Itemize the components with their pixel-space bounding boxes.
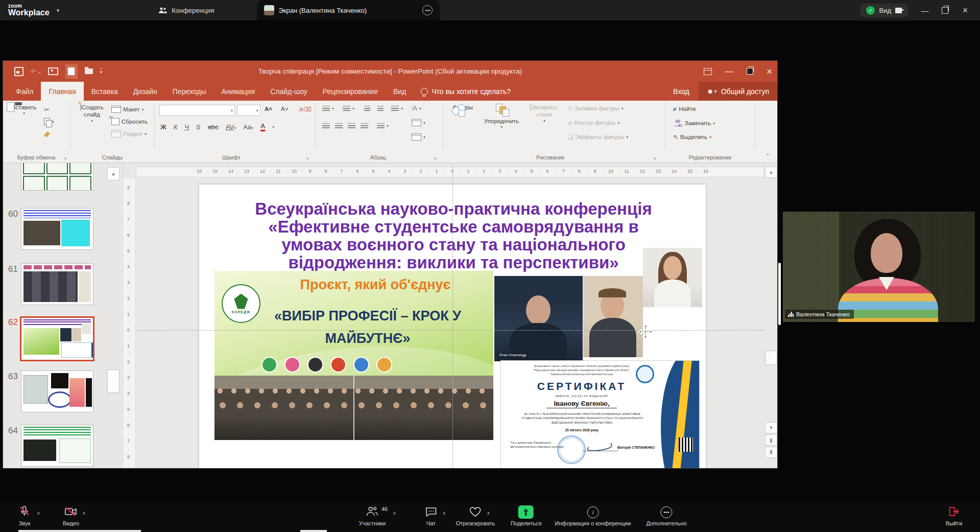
tell-me-search[interactable]: Что вы хотите сделать? <box>421 87 511 96</box>
ribbon-tab-вставка[interactable]: Вставка <box>84 82 126 101</box>
toolbar-more-button[interactable]: •••Дополнительно <box>646 506 686 526</box>
shape-outline-button[interactable]: ▱Контур фигуры ▾ <box>568 119 619 126</box>
ribbon-display-options-icon[interactable] <box>704 68 712 75</box>
ribbon-tab-вид[interactable]: Вид <box>386 82 414 101</box>
chevron-up-icon[interactable]: ∧ <box>487 511 490 516</box>
shapes-button[interactable]: Фигуры ▾ <box>448 104 477 116</box>
paste-button[interactable]: Вставить ▾ <box>9 104 39 116</box>
text-direction-button[interactable]: ⦙A▾ <box>412 105 421 112</box>
line-spacing-button[interactable]: ▾ <box>391 106 403 111</box>
font-name-combobox[interactable]: ▾ <box>159 105 235 116</box>
ppt-close-button[interactable]: × <box>767 66 772 77</box>
text-shadow-button[interactable]: S <box>196 123 201 131</box>
student-photo-3[interactable] <box>643 248 702 307</box>
ppt-restore-button[interactable] <box>747 68 753 75</box>
quick-styles-button[interactable]: Экспресс-стили ▾ <box>526 104 563 124</box>
section-button[interactable]: Раздел ▾ <box>111 130 147 137</box>
horizontal-guide[interactable] <box>136 330 764 331</box>
toolbar-video-button[interactable]: ∧Видео <box>63 506 79 526</box>
chevron-down-icon[interactable]: ▾ <box>57 7 60 14</box>
toolbar-info-button[interactable]: iИнформация о конференции <box>555 506 631 526</box>
slide-thumbnail[interactable] <box>21 163 93 191</box>
restore-button[interactable] <box>942 7 948 14</box>
toolbar-participants-button[interactable]: 46∧Участники <box>359 506 386 526</box>
font-color-dropdown-icon[interactable]: ▾ <box>272 125 274 129</box>
close-button[interactable]: × <box>958 5 973 16</box>
chevron-up-icon[interactable]: ∧ <box>37 511 40 516</box>
toolbar-react-button[interactable]: ∧Отреагировать <box>456 506 495 526</box>
student-photo-2[interactable] <box>583 276 643 357</box>
numbering-button[interactable]: ▾ <box>343 106 354 111</box>
scrollbar-thumb[interactable] <box>765 351 777 365</box>
tab-conference[interactable]: Конференция <box>151 0 221 20</box>
shape-effects-button[interactable]: ❏Эффекты фигуры ▾ <box>568 133 628 141</box>
replace-button[interactable]: ab→acЗаменить ▾ <box>673 119 715 127</box>
strikethrough-button[interactable]: abc <box>208 123 219 131</box>
align-right-button[interactable] <box>348 123 355 129</box>
tab-options-icon[interactable]: ••• <box>422 5 433 15</box>
share-view-scrollbar[interactable] <box>778 263 781 325</box>
justify-button[interactable] <box>361 123 368 129</box>
scroll-down-icon[interactable]: ▼ <box>765 422 777 433</box>
slide-title[interactable]: Всеукраїнська науково-практична конферен… <box>213 200 694 271</box>
change-case-button[interactable]: Aa▾ <box>243 123 253 131</box>
tab-screen-share[interactable]: Экран (Валентина Ткаченко) ••• <box>257 0 440 20</box>
paragraph-dialog-launcher-icon[interactable]: ↘ <box>433 155 437 160</box>
layout-button[interactable]: Макет ▾ <box>111 106 144 113</box>
bullets-button[interactable]: ▾ <box>322 106 334 111</box>
sign-in-button[interactable]: Вход <box>664 87 699 96</box>
previous-slide-icon[interactable]: ▲▲ <box>765 434 777 446</box>
slide-thumbnail-60[interactable] <box>21 208 93 250</box>
slide-thumbnail-63[interactable] <box>21 371 93 412</box>
align-left-button[interactable] <box>322 123 330 129</box>
increase-indent-button[interactable] <box>377 106 384 111</box>
decrease-indent-button[interactable] <box>364 106 370 111</box>
ribbon-tab-главная[interactable]: Главная <box>41 82 83 101</box>
columns-button[interactable]: ▾ <box>377 123 389 129</box>
ribbon-tab-анимация[interactable]: Анимация <box>214 82 263 101</box>
toolbar-chat-button[interactable]: ∧Чат <box>425 506 437 526</box>
align-center-button[interactable] <box>335 123 343 129</box>
character-spacing-button[interactable]: AV▾ <box>226 123 236 131</box>
decrease-font-button[interactable]: A˅ <box>281 106 288 112</box>
panel-scroll-up-icon[interactable]: ▲ <box>107 167 119 180</box>
next-slide-icon[interactable]: ▼▼ <box>765 447 777 458</box>
view-button[interactable]: ✓ Вид <box>860 4 908 17</box>
reset-button[interactable]: Сбросить <box>111 118 148 125</box>
toolbar-leave-button[interactable]: Выйти <box>946 506 963 526</box>
ppt-minimize-button[interactable]: — <box>725 67 733 76</box>
underline-button[interactable]: Ч <box>184 123 189 131</box>
share-document-button[interactable]: ☻+ Общий доступ <box>699 82 777 101</box>
smartart-button[interactable]: ▾ <box>412 133 425 141</box>
slide-thumbnail-62[interactable] <box>20 316 94 361</box>
select-button[interactable]: ⇖Выделить ▾ <box>673 133 711 141</box>
ribbon-tab-дизайн[interactable]: Дизайн <box>126 82 165 101</box>
clear-formatting-button[interactable]: A⌫ <box>299 106 312 113</box>
drawing-dialog-launcher-icon[interactable]: ↘ <box>653 155 657 160</box>
cut-button[interactable]: ✂ <box>44 106 50 113</box>
scroll-up-icon[interactable]: ▲ <box>765 167 777 178</box>
student-photo-1[interactable]: Літак Олександр <box>494 276 583 361</box>
slide-thumbnail-61[interactable] <box>21 263 93 305</box>
certificate-image[interactable]: Департамент науки і освіти Харківської о… <box>500 360 700 468</box>
ribbon-tab-файл[interactable]: Файл <box>8 82 41 101</box>
vertical-guide[interactable] <box>452 167 453 468</box>
slide-thumbnail-64[interactable] <box>21 425 93 467</box>
chevron-up-icon[interactable]: ∧ <box>393 511 396 516</box>
italic-button[interactable]: К <box>174 123 178 131</box>
collapse-ribbon-icon[interactable]: ⌃ <box>766 153 770 159</box>
participant-video[interactable]: Валентина Ткаченко <box>783 212 975 322</box>
ribbon-tab-слайд-шоу[interactable]: Слайд-шоу <box>262 82 315 101</box>
shape-fill-button[interactable]: ◇Заливка фигуры ▾ <box>568 105 624 112</box>
font-dialog-launcher-icon[interactable]: ↘ <box>305 155 309 160</box>
ribbon-tab-переходы[interactable]: Переходы <box>165 82 214 101</box>
font-color-button[interactable]: А <box>260 122 265 131</box>
new-slide-button[interactable]: Создать слайд ▾ <box>76 104 108 124</box>
find-button[interactable]: ⌕Найти <box>673 105 696 113</box>
format-painter-button[interactable] <box>44 131 50 137</box>
clipboard-dialog-launcher-icon[interactable]: ↘ <box>63 155 67 160</box>
project-image[interactable]: КОЛЕДЖ Проєкт, який об'єднує «ВИБІР ПРОФ… <box>214 271 493 440</box>
ribbon-tab-рецензирование[interactable]: Рецензирование <box>315 82 386 101</box>
panel-scrollbar-thumb[interactable] <box>107 369 119 393</box>
minimize-button[interactable]: — <box>917 6 933 15</box>
